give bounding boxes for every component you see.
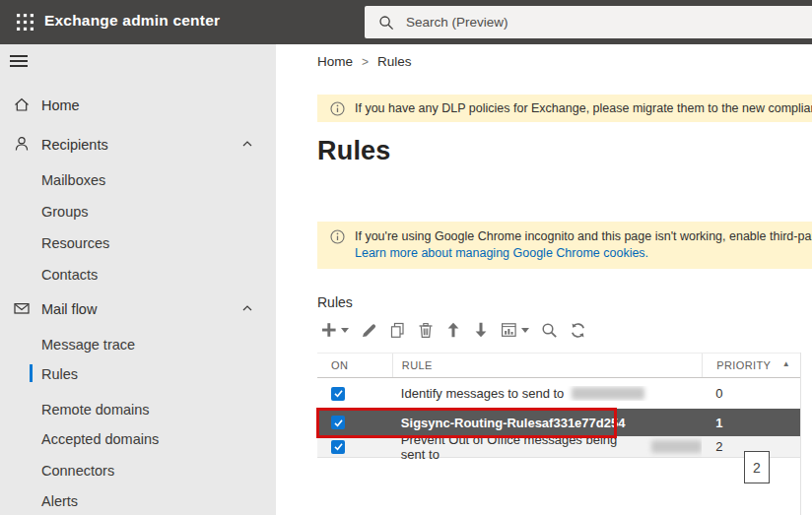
- sidebar-item-contacts[interactable]: Contacts: [0, 264, 276, 285]
- pencil-icon: [361, 322, 377, 339]
- plus-icon: [321, 322, 337, 338]
- sidebar-item-accepted-domains[interactable]: Accepted domains: [0, 428, 276, 449]
- add-rule-button[interactable]: [315, 318, 355, 342]
- breadcrumb-home-link[interactable]: Home: [317, 54, 353, 69]
- redacted-text: [572, 387, 644, 400]
- checkmark-icon: [333, 388, 344, 399]
- sidebar-item-message-trace[interactable]: Message trace: [0, 334, 276, 354]
- sidebar-item-home[interactable]: Home: [0, 95, 276, 115]
- rule-name: Prevent Out of Office messages being sen…: [401, 432, 644, 462]
- search-rules-button[interactable]: [535, 318, 564, 343]
- app-launcher-waffle-icon[interactable]: [8, 11, 41, 33]
- refresh-button[interactable]: [564, 318, 592, 343]
- rules-toolbar: [315, 316, 592, 344]
- main-content: Home > Rules If you have any DLP policie…: [276, 44, 812, 515]
- delete-rule-button[interactable]: [412, 318, 440, 343]
- page-title: Rules: [317, 136, 391, 166]
- search-icon: [541, 322, 558, 339]
- arrow-up-icon: [445, 322, 461, 338]
- table-row[interactable]: Identify messages to send to 0: [317, 378, 800, 409]
- move-up-button[interactable]: [440, 318, 467, 342]
- info-icon: [330, 229, 345, 244]
- search-input[interactable]: [406, 15, 761, 30]
- rule-enabled-checkbox[interactable]: [331, 416, 345, 429]
- sidebar-item-resources[interactable]: Resources: [0, 232, 276, 253]
- breadcrumb: Home > Rules: [317, 54, 412, 69]
- rule-priority: 0: [702, 386, 800, 401]
- hamburger-menu-icon[interactable]: [10, 55, 30, 71]
- search-icon: [378, 15, 394, 31]
- arrow-down-icon: [473, 322, 489, 338]
- sort-ascending-icon[interactable]: ▲: [782, 360, 790, 368]
- sidebar-item-alerts[interactable]: Alerts: [0, 490, 276, 511]
- chrome-cookies-banner: If you're using Google Chrome incognito …: [317, 222, 812, 269]
- chevron-down-icon: [521, 328, 529, 333]
- refresh-icon: [570, 322, 586, 339]
- redacted-text: [651, 440, 702, 453]
- app-title: Exchange admin center: [44, 12, 220, 30]
- rule-enabled-checkbox[interactable]: [331, 440, 345, 454]
- sidebar-item-connectors[interactable]: Connectors: [0, 460, 276, 481]
- table-header: ON RULE PRIORITY ▲: [317, 353, 800, 378]
- left-navigation: Home Recipients Mailboxes Groups Resourc…: [0, 44, 276, 515]
- chevron-down-icon: [341, 328, 349, 333]
- waffle-icon: [16, 13, 34, 32]
- rule-name: Identify messages to send to: [401, 386, 564, 401]
- trash-icon: [418, 322, 434, 339]
- sidebar-item-mail-flow[interactable]: Mail flow: [0, 298, 276, 319]
- chevron-up-icon[interactable]: [240, 301, 254, 315]
- column-header-priority[interactable]: PRIORITY ▲: [702, 354, 800, 377]
- selected-indicator: [30, 364, 33, 382]
- rules-list-label: Rules: [317, 294, 353, 310]
- exchange-admin-center-window: Exchange admin center Home Recipients: [0, 0, 812, 515]
- table-row[interactable]: Prevent Out of Office messages being sen…: [317, 436, 800, 458]
- report-icon: [501, 322, 517, 338]
- banner-text: If you're using Google Chrome incognito …: [355, 229, 812, 243]
- rule-report-button[interactable]: [495, 318, 535, 342]
- sidebar-item-recipients[interactable]: Recipients: [0, 134, 276, 155]
- move-down-button[interactable]: [467, 318, 495, 342]
- app-header: Exchange admin center: [0, 0, 812, 44]
- column-header-rule[interactable]: RULE: [392, 354, 702, 377]
- dlp-migration-banner: If you have any DLP policies for Exchang…: [317, 95, 812, 122]
- home-icon: [13, 96, 31, 113]
- chevron-up-icon[interactable]: [240, 137, 254, 151]
- copy-rule-button[interactable]: [383, 318, 412, 343]
- rule-enabled-checkbox[interactable]: [331, 387, 345, 401]
- banner-text: If you have any DLP policies for Exchang…: [355, 101, 812, 115]
- breadcrumb-current: Rules: [377, 54, 412, 69]
- column-header-on[interactable]: ON: [317, 354, 392, 377]
- copy-icon: [389, 322, 406, 339]
- info-icon: [330, 101, 345, 116]
- checkmark-icon: [333, 441, 344, 452]
- checkmark-icon: [333, 418, 344, 428]
- rule-priority: 1: [702, 416, 800, 430]
- global-search[interactable]: [365, 6, 812, 38]
- step-number-annotation: 2: [744, 451, 770, 483]
- sidebar-item-mailboxes[interactable]: Mailboxes: [0, 169, 276, 190]
- sidebar-item-remote-domains[interactable]: Remote domains: [0, 399, 276, 419]
- rule-name: Sigsync-Routing-Rulesaf331e77d254: [401, 416, 626, 430]
- mail-icon: [13, 299, 31, 317]
- rules-table: ON RULE PRIORITY ▲ Identify messages to: [317, 353, 801, 515]
- sidebar-item-groups[interactable]: Groups: [0, 201, 276, 222]
- edit-rule-button[interactable]: [355, 318, 383, 343]
- banner-text-block: If you're using Google Chrome incognito …: [355, 228, 812, 262]
- breadcrumb-separator-icon: >: [362, 55, 369, 69]
- sidebar-item-rules[interactable]: Rules: [0, 363, 276, 384]
- person-icon: [13, 135, 31, 153]
- learn-more-link[interactable]: Learn more about managing Google Chrome …: [355, 246, 648, 260]
